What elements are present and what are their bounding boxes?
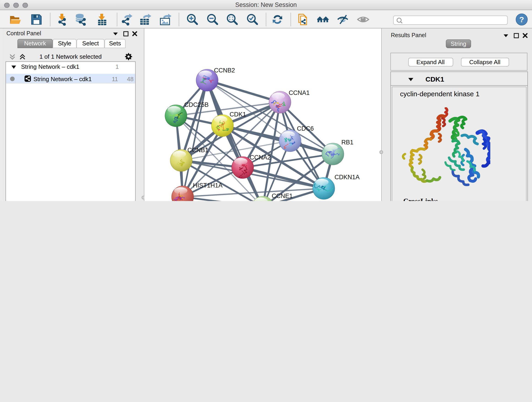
svg-text:RB1: RB1 — [341, 139, 354, 146]
svg-text:HIST1H1A: HIST1H1A — [193, 182, 222, 189]
svg-text:CCNE1: CCNE1 — [272, 192, 293, 199]
svg-text:CDKN1A: CDKN1A — [335, 174, 360, 181]
svg-text:?: ? — [519, 15, 524, 24]
svg-text:CCNB2: CCNB2 — [214, 67, 235, 74]
svg-text:CCNA1: CCNA1 — [289, 89, 310, 96]
svg-text:CDC25B: CDC25B — [184, 101, 209, 108]
svg-text:CDK1: CDK1 — [230, 111, 246, 118]
svg-text:CDC6: CDC6 — [297, 125, 314, 132]
svg-text:CCNB1: CCNB1 — [187, 147, 209, 153]
svg-text:CCNA2: CCNA2 — [250, 154, 271, 161]
